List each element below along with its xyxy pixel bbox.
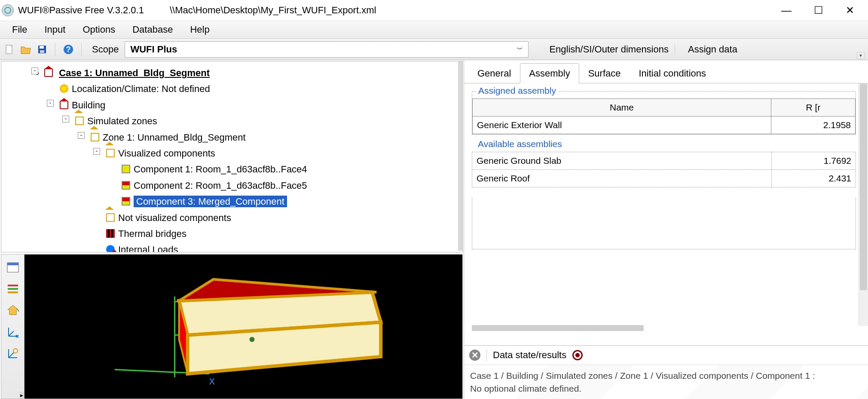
loads-icon [106,245,115,252]
menu-file[interactable]: File [12,24,27,35]
app-icon [2,4,14,16]
tab-general[interactable]: General [468,63,520,83]
house-icon [44,68,53,77]
tree-label: Internal Loads [118,244,178,252]
assigned-table[interactable]: Name R [r Generic Exterior Wall 2.1958 [472,98,856,134]
toolbar: ? Scope WUFI Plus ﹀ English/SI/Outer dim… [0,39,868,60]
tree-simzones-node[interactable]: - Simulated zones - Zone 1: Unnamed_Bldg… [75,113,461,252]
toolbar-overflow-icon[interactable]: ▾ [857,52,865,59]
menu-help[interactable]: Help [190,24,209,35]
tab-assembly[interactable]: Assembly [520,63,579,83]
new-file-icon[interactable] [3,43,15,55]
tree-climate-node[interactable]: Localization/Climate: Not defined [60,81,461,97]
results-title: Data state/results [493,350,566,361]
tree-internal-loads-node[interactable]: Internal Loads [106,242,461,252]
collapse-icon[interactable]: - [47,100,54,107]
app-title: WUFI®Passive Free V.3.2.0.1 [18,5,144,16]
titlebar: WUFI®Passive Free V.3.2.0.1 \\Mac\Home\D… [0,0,868,21]
table-row[interactable]: Generic Exterior Wall 2.1958 [473,117,856,134]
cell-r: 2.431 [771,170,856,187]
svg-rect-4 [40,46,44,49]
svg-marker-2 [21,47,31,54]
tree-label: Component 2: Room_1_d63acf8b..Face5 [134,180,307,191]
component-icon [122,165,130,173]
svg-point-24 [249,337,254,342]
assign-data-button[interactable]: Assign data [682,44,743,55]
close-button[interactable]: ✕ [846,4,854,16]
component-icon [122,181,130,190]
tree-comp1-node[interactable]: Component 1: Room_1_d63acf8b..Face4 [122,161,461,177]
tree-comp3-node[interactable]: Component 3: Merged_Component [122,193,461,209]
sun-icon [60,84,68,93]
tree-viscomp-node[interactable]: - Visualized components Component 1: Roo… [106,145,461,210]
svg-text:?: ? [66,45,71,54]
table-row[interactable]: Generic Ground Slab 1.7692 [472,152,856,170]
results-line: No optional climate defined. [470,382,862,395]
chevron-down-icon: ﹀ [517,46,523,53]
svg-rect-9 [7,263,18,265]
collapse-icon[interactable]: - [31,68,38,74]
cell-r: 2.1958 [771,117,855,134]
tree-label-selected: Component 3: Merged_Component [134,196,287,207]
available-assemblies-group: Available assemblies Generic Ground Slab… [472,145,856,187]
list-icon[interactable] [6,282,20,296]
col-r: R [r [771,99,855,117]
panel-scrollbar[interactable] [859,83,868,326]
collapse-icon[interactable]: - [93,148,100,155]
menu-options[interactable]: Options [83,24,115,35]
table-row[interactable]: Generic Roof 2.431 [472,170,856,187]
menu-input[interactable]: Input [44,24,65,35]
collapse-icon[interactable]: - [78,132,85,139]
3d-viewer[interactable]: X [24,255,462,399]
menubar: File Input Options Database Help [0,21,868,39]
tree-label: Component 1: Room_1_d63acf8b..Face4 [134,164,307,175]
expand-toolbar-icon[interactable]: ▸ [19,392,24,399]
orbit-icon[interactable] [6,347,20,360]
maximize-button[interactable]: ☐ [814,4,823,16]
svg-rect-12 [8,292,18,293]
svg-marker-13 [8,305,18,315]
tree-comp2-node[interactable]: Component 2: Room_1_d63acf8b..Face5 [122,178,461,193]
tree-building-node[interactable]: - Building - Simulated zones - Zon [60,97,461,252]
panel-hscrollbar[interactable] [472,325,644,331]
axes-icon[interactable] [6,325,20,339]
file-path: \\Mac\Home\Desktop\My_First_WUFI_Export.… [170,5,376,16]
close-results-icon[interactable]: ✕ [469,350,480,361]
tree-thermal-node[interactable]: Thermal bridges [106,226,461,242]
cell-r: 1.7692 [771,152,856,170]
panel-icon[interactable] [6,261,20,274]
menu-database[interactable]: Database [132,24,173,35]
units-toggle[interactable]: English/SI/Outer dimensions [543,44,675,55]
window-controls: — ☐ ✕ [781,4,866,16]
target-icon [572,350,583,360]
open-file-icon[interactable] [20,43,32,55]
tree-label: Simulated zones [87,116,157,126]
col-name: Name [473,99,771,117]
available-table[interactable]: Generic Ground Slab 1.7692 Generic Roof … [472,152,856,187]
tree-label: Case 1: Unnamed_Bldg_Segment [59,68,210,78]
svg-rect-10 [8,285,18,286]
save-icon[interactable] [36,43,48,55]
assembly-panel: Assigned assembly Name R [r Generic Exte… [464,83,868,399]
tree-label: Zone 1: Unnamed_Bldg_Segment [103,132,246,143]
tab-surface[interactable]: Surface [579,63,630,83]
collapse-icon[interactable]: - [62,116,69,123]
tree-label: Localization/Climate: Not defined [72,83,210,94]
available-legend: Available assemblies [476,139,564,149]
assigned-legend: Assigned assembly [477,86,558,96]
tab-initial-conditions[interactable]: Initial conditions [630,63,715,83]
minimize-button[interactable]: — [781,4,792,16]
tree-notvis-node[interactable]: Not visualized components [106,210,461,226]
axis-x-label: X [209,377,215,386]
thermal-bridge-icon [106,229,115,238]
scope-select[interactable]: WUFI Plus ﹀ [125,41,529,58]
tabs-row: General Assembly Surface Initial conditi… [464,60,868,83]
tree-label: Building [72,100,105,110]
scope-label: Scope [92,44,119,55]
house-icon [75,117,84,125]
home-icon[interactable] [6,304,20,317]
help-icon[interactable]: ? [62,43,74,55]
tree-zone1-node[interactable]: - Zone 1: Unnamed_Bldg_Segment - Visuali… [91,129,461,252]
viewer-toolbar: ▸ [1,255,24,399]
tree-case-node[interactable]: - Case 1: Unnamed_Bldg_Segment Localizat… [44,65,461,252]
